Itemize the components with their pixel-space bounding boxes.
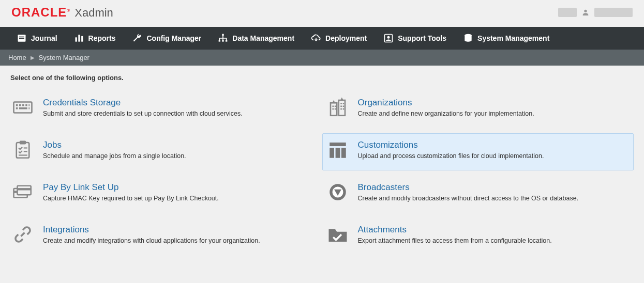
hierarchy-icon xyxy=(218,33,228,43)
svg-rect-5 xyxy=(78,35,80,41)
option-title: Integrations xyxy=(43,225,260,235)
svg-rect-15 xyxy=(16,104,18,106)
keyboard-icon xyxy=(12,97,34,118)
svg-rect-2 xyxy=(19,37,24,38)
option-body: Pay By Link Set Up Capture HMAC Key requ… xyxy=(43,181,219,202)
option-body: Jobs Schedule and manage jobs from a sin… xyxy=(43,139,186,160)
database-icon xyxy=(463,33,473,43)
nav-label: Deployment xyxy=(325,34,367,42)
brand-logo: ORACLE® xyxy=(11,5,70,20)
brand-logo-text: ORACLE xyxy=(11,5,67,19)
brand-subtitle: Xadmin xyxy=(74,6,113,20)
svg-rect-40 xyxy=(330,143,346,146)
option-desc: Submit and store credentials to set up c… xyxy=(43,110,243,117)
svg-rect-31 xyxy=(340,106,342,107)
brand: ORACLE® Xadmin xyxy=(11,5,113,20)
nav-journal[interactable]: Journal xyxy=(8,27,66,50)
wrench-icon xyxy=(132,33,142,43)
header-right xyxy=(558,8,633,17)
option-title: Organizations xyxy=(358,98,534,108)
option-title: Pay By Link Set Up xyxy=(43,182,219,193)
option-credentials-storage[interactable]: Credentials Storage Submit and store cre… xyxy=(10,91,322,128)
header-placeholder-b[interactable] xyxy=(594,8,633,17)
option-pay-by-link[interactable]: Pay By Link Set Up Capture HMAC Key requ… xyxy=(10,176,322,213)
nav-config-manager[interactable]: Config Manager xyxy=(124,27,209,50)
svg-rect-7 xyxy=(222,34,224,36)
svg-rect-8 xyxy=(219,40,220,41)
nav-deployment[interactable]: Deployment xyxy=(303,27,375,50)
link-icon xyxy=(12,224,34,245)
option-title: Credentials Storage xyxy=(43,98,243,108)
svg-rect-19 xyxy=(28,104,29,106)
svg-rect-27 xyxy=(332,108,334,110)
svg-rect-32 xyxy=(342,106,344,107)
support-person-icon xyxy=(383,33,394,43)
option-jobs[interactable]: Jobs Schedule and manage jobs from a sin… xyxy=(10,133,322,170)
option-body: Attachments Export attachment files to a… xyxy=(358,224,552,244)
user-icon[interactable] xyxy=(581,8,590,17)
option-body: Integrations Create and modify integrati… xyxy=(43,224,260,244)
nav-system-management[interactable]: System Management xyxy=(455,27,558,50)
credit-cards-icon xyxy=(12,181,34,203)
nav-reports[interactable]: Reports xyxy=(66,27,124,50)
triangle-down-circle-icon xyxy=(327,181,349,203)
option-body: Broadcasters Create and modify broadcast… xyxy=(358,181,579,202)
svg-rect-24 xyxy=(338,100,345,116)
svg-point-12 xyxy=(387,36,390,39)
option-desc: Create and modify broadcasters without d… xyxy=(358,195,579,202)
svg-rect-22 xyxy=(28,107,29,109)
option-desc: Upload and process customization files f… xyxy=(358,152,544,160)
option-integrations[interactable]: Integrations Create and modify integrati… xyxy=(10,218,322,255)
brand-logo-tm: ® xyxy=(67,8,70,13)
svg-rect-29 xyxy=(340,103,342,104)
option-desc: Capture HMAC Key required to set up Pay … xyxy=(43,195,219,202)
svg-rect-26 xyxy=(334,106,336,107)
breadcrumb-home[interactable]: Home xyxy=(8,54,26,61)
svg-rect-9 xyxy=(222,40,224,41)
svg-rect-6 xyxy=(81,36,83,42)
cloud-download-icon xyxy=(311,33,321,43)
option-desc: Create and define new organizations for … xyxy=(358,110,534,117)
nav-data-management[interactable]: Data Management xyxy=(209,27,303,50)
svg-rect-34 xyxy=(342,108,344,110)
nav-support-tools[interactable]: Support Tools xyxy=(375,27,455,50)
option-organizations[interactable]: Organizations Create and define new orga… xyxy=(322,91,634,128)
svg-rect-42 xyxy=(335,148,340,158)
clipboard-check-icon xyxy=(12,139,34,161)
option-body: Customizations Upload and process custom… xyxy=(358,139,544,160)
header-placeholder-a[interactable] xyxy=(558,8,577,17)
svg-rect-43 xyxy=(341,148,346,158)
svg-rect-21 xyxy=(19,107,27,109)
option-title: Broadcasters xyxy=(358,182,579,193)
svg-rect-28 xyxy=(334,108,336,110)
option-title: Customizations xyxy=(358,140,544,150)
svg-rect-25 xyxy=(332,106,334,107)
options-grid: Credentials Storage Submit and store cre… xyxy=(10,91,634,255)
svg-rect-4 xyxy=(75,37,77,41)
nav-label: Data Management xyxy=(232,34,294,42)
svg-rect-3 xyxy=(19,38,24,39)
journal-icon xyxy=(17,33,27,43)
option-desc: Export attachment files to access them f… xyxy=(358,237,552,244)
svg-rect-41 xyxy=(330,148,334,158)
main-nav: Journal Reports Config Manager Data Mana… xyxy=(0,27,644,50)
columns-icon xyxy=(327,139,349,161)
content: Select one of the following options. Cre… xyxy=(0,66,644,263)
buildings-icon xyxy=(327,97,349,118)
svg-rect-33 xyxy=(340,108,342,110)
breadcrumb: Home ▶ System Manager xyxy=(0,50,644,66)
nav-label: Reports xyxy=(88,34,116,42)
option-desc: Schedule and manage jobs from a single l… xyxy=(43,152,186,160)
page-title: Select one of the following options. xyxy=(10,74,634,82)
option-broadcasters[interactable]: Broadcasters Create and modify broadcast… xyxy=(322,176,634,213)
chevron-right-icon: ▶ xyxy=(31,55,35,60)
svg-rect-36 xyxy=(20,141,26,145)
folder-check-icon xyxy=(327,224,349,245)
option-attachments[interactable]: Attachments Export attachment files to a… xyxy=(322,218,634,255)
svg-rect-20 xyxy=(16,107,18,109)
option-customizations[interactable]: Customizations Upload and process custom… xyxy=(322,133,634,170)
nav-label: System Management xyxy=(477,34,549,42)
svg-rect-30 xyxy=(342,103,344,104)
breadcrumb-current[interactable]: System Manager xyxy=(39,54,89,61)
svg-point-0 xyxy=(584,10,587,12)
